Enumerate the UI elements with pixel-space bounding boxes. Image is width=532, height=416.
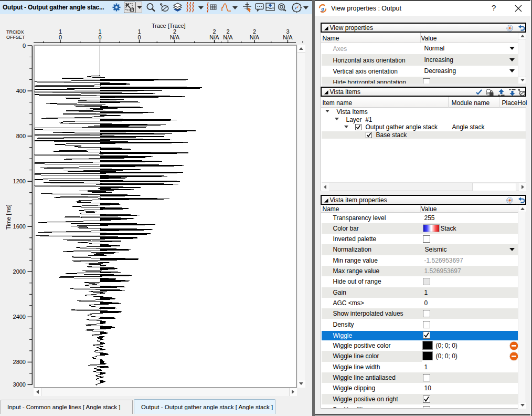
svg-text:g: g xyxy=(321,6,324,12)
